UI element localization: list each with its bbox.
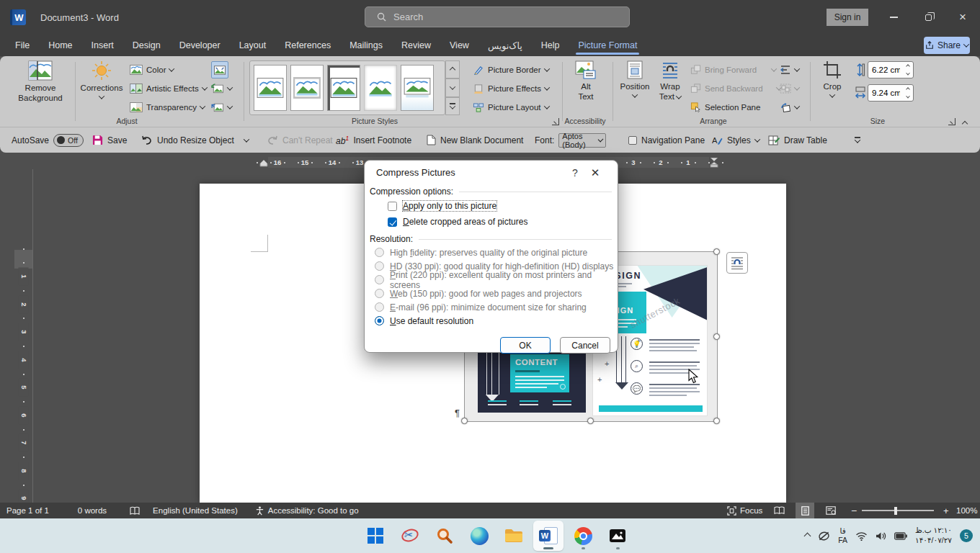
web-layout-button[interactable] bbox=[821, 503, 840, 518]
ribbon-tab[interactable]: Help bbox=[532, 35, 569, 56]
styles-button[interactable]: A Styles bbox=[712, 135, 760, 145]
cancel-button[interactable]: Cancel bbox=[560, 337, 610, 354]
edge-button[interactable] bbox=[464, 521, 494, 551]
resolution-option-row[interactable]: Web (150 ppi): good for web pages and pr… bbox=[375, 287, 618, 300]
shape-height-input[interactable] bbox=[868, 66, 900, 74]
ribbon-tab[interactable]: پاک‌نویس bbox=[478, 35, 532, 56]
read-mode-button[interactable] bbox=[770, 503, 788, 518]
font-dropdown[interactable]: Aptos (Body) bbox=[558, 133, 606, 148]
search-app-button[interactable] bbox=[429, 521, 460, 551]
radio-button[interactable] bbox=[375, 316, 384, 325]
navigation-pane-toggle[interactable]: Navigation Pane bbox=[628, 135, 705, 145]
autosave-toggle[interactable]: Off bbox=[53, 134, 84, 147]
minimize-button[interactable] bbox=[876, 0, 911, 35]
word-count[interactable]: 0 words bbox=[71, 503, 113, 518]
compress-pictures-button[interactable] bbox=[211, 61, 228, 78]
file-explorer-button[interactable] bbox=[499, 521, 529, 551]
zoom-level[interactable]: 100% bbox=[950, 503, 980, 518]
layout-options-button[interactable] bbox=[726, 252, 748, 274]
picture-style-thumbnail[interactable] bbox=[327, 65, 360, 111]
accessibility-status[interactable]: Accessibility: Good to go bbox=[249, 503, 365, 518]
resolution-option-row[interactable]: Print (220 ppi): excellent quality on mo… bbox=[375, 273, 618, 287]
navigation-pane-checkbox[interactable] bbox=[628, 136, 637, 145]
ribbon-tab[interactable]: Layout bbox=[230, 35, 276, 56]
resize-handle-bottom-left[interactable] bbox=[461, 418, 468, 424]
close-button[interactable]: × bbox=[945, 0, 980, 35]
rotate-objects-button[interactable] bbox=[780, 99, 799, 115]
picture-border-button[interactable]: Picture Border bbox=[473, 62, 549, 78]
zoom-out-button[interactable]: − bbox=[845, 503, 863, 518]
print-layout-button[interactable] bbox=[796, 503, 814, 518]
picture-style-thumbnail[interactable] bbox=[401, 65, 434, 111]
ribbon-tab[interactable]: View bbox=[440, 35, 478, 56]
change-picture-button[interactable] bbox=[211, 81, 232, 96]
gallery-scroll-down-button[interactable] bbox=[445, 78, 460, 96]
insert-footnote-button[interactable]: ab1 Insert Footnote bbox=[336, 135, 411, 146]
start-button[interactable] bbox=[360, 521, 391, 551]
new-blank-document-button[interactable]: New Blank Document bbox=[427, 135, 523, 145]
alt-text-button[interactable]: AltText bbox=[569, 60, 602, 102]
position-button[interactable]: Position bbox=[618, 60, 651, 98]
picture-style-thumbnail[interactable] bbox=[290, 65, 324, 111]
resize-handle-bottom-right[interactable] bbox=[713, 418, 720, 424]
dialog-help-button[interactable]: ? bbox=[566, 167, 584, 179]
picture-layout-button[interactable]: Picture Layout bbox=[473, 99, 549, 115]
color-button[interactable]: Color bbox=[130, 62, 174, 78]
undo-button[interactable]: Undo Resize Object bbox=[141, 135, 249, 145]
radio-button[interactable] bbox=[375, 275, 384, 284]
sign-in-button[interactable]: Sign in bbox=[827, 9, 868, 26]
page-indicator[interactable]: Page 1 of 1 bbox=[0, 503, 55, 518]
language-switcher[interactable]: فا FA bbox=[838, 526, 847, 545]
picture-styles-dialog-launcher[interactable] bbox=[552, 118, 559, 125]
picture-style-thumbnail[interactable] bbox=[254, 65, 287, 111]
dialog-title-bar[interactable]: Compress Pictures ? ✕ bbox=[365, 161, 618, 184]
ribbon-tab[interactable]: File bbox=[6, 35, 39, 56]
share-button[interactable]: Share bbox=[924, 37, 970, 54]
send-backward-button[interactable]: Send Backward bbox=[690, 81, 781, 96]
ribbon-tab[interactable]: Home bbox=[39, 35, 81, 56]
checkbox[interactable] bbox=[388, 202, 397, 211]
notification-badge[interactable]: 5 bbox=[960, 529, 973, 542]
ok-button[interactable]: OK bbox=[500, 337, 551, 354]
selection-pane-button[interactable]: Selection Pane bbox=[690, 99, 760, 115]
photos-button[interactable] bbox=[602, 521, 633, 551]
compression-checkbox-row[interactable]: Apply only to this picture bbox=[388, 199, 618, 212]
resize-handle-right[interactable] bbox=[713, 333, 720, 340]
radio-button[interactable] bbox=[375, 302, 384, 312]
zoom-slider-thumb[interactable] bbox=[894, 507, 897, 515]
clock[interactable]: ۱۲:۱۰ ب.ظ ۱۴۰۴/۰۷/۲۷ bbox=[915, 526, 952, 545]
bring-forward-button[interactable]: Bring Forward bbox=[690, 62, 776, 78]
shape-width-input[interactable] bbox=[868, 89, 900, 97]
radio-button[interactable] bbox=[375, 289, 384, 298]
width-steppers[interactable] bbox=[903, 85, 913, 101]
resolution-option-row[interactable]: E-mail (96 ppi): minimize document size … bbox=[375, 300, 618, 314]
radio-button[interactable] bbox=[375, 248, 384, 257]
size-dialog-launcher[interactable] bbox=[948, 118, 956, 125]
vertical-ruler[interactable]: 123456789 bbox=[14, 169, 33, 503]
ribbon-tab[interactable]: References bbox=[275, 35, 340, 56]
language-indicator[interactable]: English (United States) bbox=[146, 503, 244, 518]
gallery-scroll-up-button[interactable] bbox=[445, 60, 460, 78]
reset-picture-button[interactable] bbox=[211, 99, 232, 115]
battery-icon[interactable] bbox=[894, 532, 907, 540]
tray-expand-button[interactable] bbox=[805, 531, 810, 541]
ribbon-tab[interactable]: Design bbox=[123, 35, 170, 56]
resize-handle-top-right[interactable] bbox=[713, 248, 720, 255]
radio-button[interactable] bbox=[375, 261, 384, 271]
proofing-status[interactable] bbox=[123, 503, 146, 518]
remove-background-button[interactable]: RemoveBackground bbox=[10, 60, 71, 104]
resize-handle-bottom[interactable] bbox=[587, 418, 594, 424]
shape-width-field[interactable] bbox=[868, 84, 914, 102]
align-objects-button[interactable] bbox=[780, 62, 799, 78]
group-objects-button[interactable] bbox=[780, 81, 799, 96]
dialog-close-button[interactable]: ✕ bbox=[584, 166, 606, 179]
resolution-option-row[interactable]: High fidelity: preserves quality of the … bbox=[375, 246, 618, 259]
qat-overflow-button[interactable] bbox=[855, 137, 860, 143]
picture-style-thumbnail[interactable] bbox=[364, 65, 397, 111]
draw-table-button[interactable]: Draw Table bbox=[768, 135, 827, 145]
crop-button[interactable]: Crop bbox=[816, 60, 849, 98]
compression-checkbox-row[interactable]: Delete cropped areas of pictures bbox=[388, 215, 618, 228]
corrections-button[interactable]: Corrections bbox=[79, 60, 124, 99]
restore-button[interactable] bbox=[911, 0, 945, 35]
collapse-ribbon-button[interactable] bbox=[963, 118, 967, 128]
